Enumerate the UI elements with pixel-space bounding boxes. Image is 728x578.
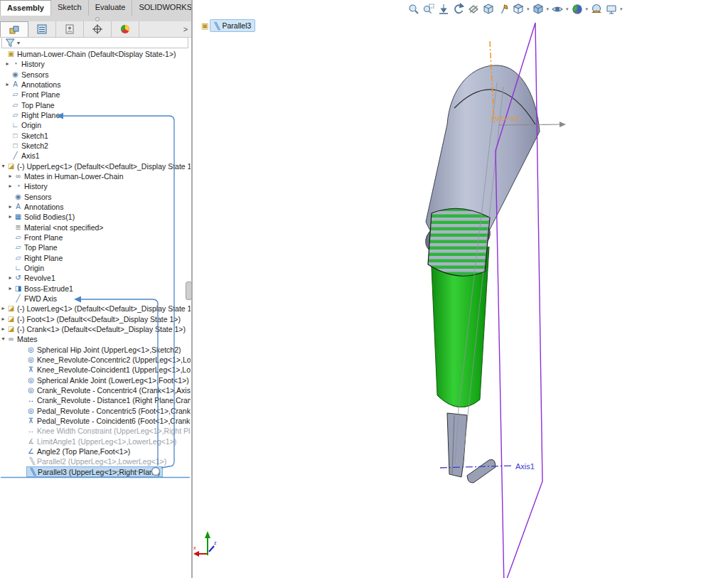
tree-filter-bar[interactable]: ▾ bbox=[1, 37, 188, 48]
expand-arrow-icon[interactable]: ▾ bbox=[0, 161, 6, 171]
tree-item-front-plane[interactable]: ▱Front Plane bbox=[0, 90, 191, 100]
expand-arrow-icon[interactable]: ▸ bbox=[7, 284, 14, 294]
tree-item-crank-revolute-concentric4-crank-1-axis1[interactable]: ◎Crank_Revolute - Concentric4 (Crank<1>,… bbox=[0, 385, 191, 395]
tree-item-history[interactable]: ▸◔History bbox=[0, 59, 191, 69]
expand-arrow-icon[interactable]: ▸ bbox=[0, 324, 6, 334]
tree-item-label: Sensors bbox=[20, 70, 49, 80]
view-settings-button[interactable] bbox=[604, 2, 619, 16]
tree-item-crank-1-default-default-display-state-1[interactable]: ▸◪(-) Crank<1> (Default<<Default>_Displa… bbox=[0, 324, 191, 334]
hide-show-items-dropdown-caret[interactable]: ▾ bbox=[566, 6, 569, 12]
tree-item-pedal-revolute-concentric5-foot-1-crank-1[interactable]: ◎Pedal_Revolute - Concentric5 (Foot<1>,C… bbox=[0, 405, 191, 415]
tree-item-fwd-axis[interactable]: ╱FWD Axis bbox=[0, 294, 191, 304]
tree-item-spherical-ankle-joint-lowerleg-1-foot-1[interactable]: ◎Spherical Ankle Joint (LowerLeg<1>,Foot… bbox=[0, 375, 191, 385]
triad-x-label: x bbox=[193, 545, 196, 550]
fwd-axis-label: FWD Axis bbox=[491, 115, 520, 122]
zoom-to-fit-button[interactable] bbox=[407, 2, 421, 16]
displaymanager-tab[interactable] bbox=[112, 21, 139, 37]
zoom-to-selection-button[interactable] bbox=[437, 2, 451, 16]
expand-arrow-icon[interactable]: ▸ bbox=[4, 59, 11, 69]
expand-arrow-icon[interactable]: ▸ bbox=[7, 202, 14, 212]
view-orientation-dropdown-caret[interactable]: ▾ bbox=[527, 6, 530, 12]
dimxpertmanager-tab[interactable] bbox=[84, 21, 112, 37]
display-style-button[interactable] bbox=[531, 2, 545, 16]
propertymanager-tab[interactable] bbox=[28, 21, 56, 37]
tree-item-crank-revolute-distance1-right-plane-crank[interactable]: ↔Crank_Revolute - Distance1 (Right Plane… bbox=[0, 395, 191, 405]
ribbon-tab-solidworks-add-ins[interactable]: SOLIDWORKS Add-Ins bbox=[132, 0, 199, 16]
tree-item-pedal-revolute-coincident6-foot-1-crank-1[interactable]: ⊼Pedal_Revolute - Coincident6 (Foot<1>,C… bbox=[0, 416, 191, 426]
model-canvas[interactable]: FWD Axis Axis1 x z bbox=[193, 0, 728, 578]
tree-item-axis1[interactable]: ╱Axis1 bbox=[0, 151, 191, 161]
view-orientation-button[interactable] bbox=[511, 2, 525, 16]
tree-item-front-plane[interactable]: ▱Front Plane bbox=[0, 232, 191, 242]
tree-item-right-plane[interactable]: ▱Right Plane bbox=[0, 110, 191, 120]
tree-item-annotations[interactable]: ▸AAnnotations bbox=[0, 202, 191, 212]
plane-icon: ▱ bbox=[11, 90, 20, 100]
tree-item-history[interactable]: ▸◔History bbox=[0, 181, 191, 191]
tree-item-top-plane[interactable]: ▱Top Plane bbox=[0, 100, 191, 110]
tree-item-limitangle1-upperleg-1-lowerleg-1[interactable]: ∡LimitAngle1 (UpperLeg<1>,LowerLeg<1>) bbox=[0, 436, 191, 446]
tree-item-knee-width-constraint-upperleg-1-right-pla[interactable]: ↔Knee Width Constraint (UpperLeg<1>,Righ… bbox=[0, 426, 191, 436]
knee-striped-cylinder[interactable] bbox=[428, 208, 490, 276]
ribbon-tab-evaluate[interactable]: Evaluate bbox=[89, 0, 133, 16]
zoom-to-area-button[interactable] bbox=[422, 2, 436, 16]
view-settings-dropdown-caret[interactable]: ▾ bbox=[620, 6, 623, 12]
selection-breadcrumb[interactable]: ▣ ╲╲ Parallel3 bbox=[201, 19, 255, 32]
previous-view-button[interactable] bbox=[451, 2, 466, 16]
tree-item-sketch1[interactable]: □Sketch1 bbox=[0, 131, 191, 141]
tree-item-solid-bodies-1[interactable]: ▸▦Solid Bodies(1) bbox=[0, 212, 191, 222]
filter-dropdown-caret[interactable]: ▾ bbox=[17, 40, 20, 46]
tree-item-upperleg-1-default-default-display-state-1[interactable]: ▾◪(-) UpperLeg<1> (Default<<Default>_Dis… bbox=[0, 161, 191, 171]
dynamic-annotation-button[interactable] bbox=[496, 2, 510, 16]
tree-item-sketch2[interactable]: □Sketch2 bbox=[0, 141, 191, 151]
tree-item-sensors[interactable]: ◉Sensors bbox=[0, 70, 191, 80]
pedal-block[interactable] bbox=[467, 459, 496, 483]
featuremanager-design-tree-tab[interactable] bbox=[0, 21, 28, 38]
section-view-button[interactable] bbox=[466, 2, 481, 16]
drawing-3d-view-button[interactable] bbox=[481, 2, 496, 16]
tree-item-human-lower-chain-default-display-state-1[interactable]: ▣Human-Lower-Chain (Default<Display Stat… bbox=[0, 49, 191, 59]
selected-mate-tag[interactable]: ╲╲ Parallel3 bbox=[210, 19, 255, 32]
expand-arrow-icon[interactable]: ▸ bbox=[7, 212, 14, 222]
tree-item-origin[interactable]: ∟Origin bbox=[0, 263, 191, 273]
tree-item-sensors[interactable]: ◉Sensors bbox=[0, 192, 191, 202]
tree-item-revolve1[interactable]: ▸↺Revolve1 bbox=[0, 273, 191, 283]
expand-arrow-icon[interactable]: ▸ bbox=[4, 80, 11, 90]
tree-item-knee-revolute-coincident1-upperleg-1-lower[interactable]: ⊼Knee_Revolute-Coincident1 (UpperLeg<1>,… bbox=[0, 365, 191, 375]
tree-item-angle2-top-plane-foot-1[interactable]: ∠Angle2 (Top Plane,Foot<1>) bbox=[0, 446, 191, 456]
tree-item-mates-in-human-lower-chain[interactable]: ▸∞Mates in Human-Lower-Chain bbox=[0, 171, 191, 181]
tree-item-right-plane[interactable]: ▱Right Plane bbox=[0, 253, 191, 263]
tree-item-origin[interactable]: ∟Origin bbox=[0, 120, 191, 130]
fm-tabs-overflow-chevron[interactable]: > bbox=[179, 21, 192, 37]
graphics-viewport[interactable]: FWD Axis Axis1 x z bbox=[193, 0, 728, 578]
mates-in-icon: ∞ bbox=[14, 171, 23, 181]
edit-appearance-button[interactable] bbox=[570, 2, 584, 16]
tree-item-foot-1-default-default-display-state-1[interactable]: ▸◪(-) Foot<1> (Default<<Default>_Display… bbox=[0, 314, 191, 324]
tree-item-knee-revolute-concentric2-upperleg-1-lower[interactable]: ◎Knee_Revolute-Concentric2 (UpperLeg<1>,… bbox=[0, 355, 191, 365]
tree-item-boss-extrude1[interactable]: ▸◨Boss-Extrude1 bbox=[0, 284, 191, 294]
expand-arrow-icon[interactable]: ▸ bbox=[0, 304, 6, 314]
tree-item-annotations[interactable]: ▸AAnnotations bbox=[0, 80, 191, 90]
tree-item-parallel2-upperleg-1-lowerleg-1[interactable]: ╲╲Parallel2 (UpperLeg<1>,LowerLeg<1>) bbox=[0, 456, 191, 466]
tree-item-material-not-specified[interactable]: ≣Material <not specified> bbox=[0, 223, 191, 232]
tree-item-parallel3-upperleg-1-right-plane[interactable]: ╲╲Parallel3 (UpperLeg<1>,Right Plane) bbox=[0, 466, 191, 476]
expand-arrow-icon[interactable]: ▸ bbox=[7, 181, 14, 191]
tree-item-top-plane[interactable]: ▱Top Plane bbox=[0, 242, 191, 252]
edit-appearance-dropdown-caret[interactable]: ▾ bbox=[586, 6, 589, 12]
tree-item-spherical-hip-joint-upperleg-1-sketch2[interactable]: ◎Spherical Hip Joint (UpperLeg<1>,Sketch… bbox=[0, 345, 191, 355]
tree-item-lowerleg-1-default-default-display-state-1[interactable]: ▸◪(-) LowerLeg<1> (Default<<Default>_Dis… bbox=[0, 304, 191, 314]
expand-arrow-icon[interactable]: ▸ bbox=[0, 314, 6, 324]
expand-arrow-icon[interactable]: ▸ bbox=[7, 171, 14, 181]
ribbon-tab-assembly[interactable]: Assembly bbox=[0, 0, 51, 16]
ribbon-tab-sketch[interactable]: Sketch bbox=[51, 0, 89, 16]
plane-icon: ▱ bbox=[11, 110, 20, 120]
mate-distance-icon: ↔ bbox=[26, 395, 36, 405]
display-style-dropdown-caret[interactable]: ▾ bbox=[547, 6, 550, 12]
expand-arrow-icon[interactable]: ▾ bbox=[0, 334, 6, 344]
configurationmanager-tab[interactable] bbox=[56, 21, 84, 37]
apply-scene-button[interactable] bbox=[589, 2, 604, 16]
hide-show-items-button[interactable] bbox=[550, 2, 564, 16]
material-icon: ≣ bbox=[14, 223, 23, 232]
sketch-icon: □ bbox=[11, 131, 20, 141]
expand-arrow-icon[interactable]: ▸ bbox=[7, 273, 14, 283]
tree-item-mates[interactable]: ▾∞Mates bbox=[0, 334, 191, 344]
